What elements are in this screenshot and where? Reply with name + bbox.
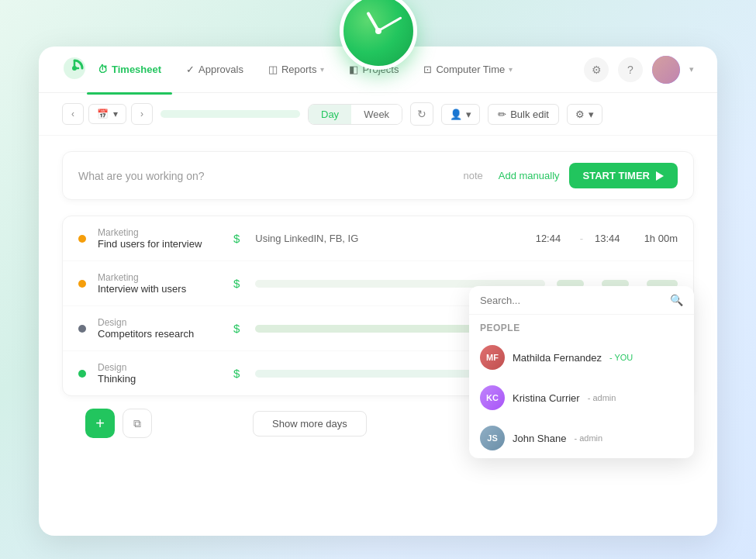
person-badge-3: - admin <box>574 433 602 443</box>
billing-icon-4[interactable]: $ <box>233 367 240 380</box>
main-card: ⏱ Timesheet ✓ Approvals ◫ Reports ▾ ◧ Pr… <box>39 47 717 536</box>
add-manually-btn[interactable]: Add manually <box>499 170 560 181</box>
approvals-icon: ✓ <box>186 64 195 75</box>
entry-desc-1: Using LinkedIN, FB, IG <box>255 233 523 244</box>
entry-project-1: Marketing <box>98 227 222 238</box>
toolbar-nav: ‹ 📅 ▾ › <box>62 103 153 125</box>
billing-icon-3[interactable]: $ <box>233 322 240 335</box>
date-picker-btn[interactable]: 📅 ▾ <box>88 104 126 124</box>
entry-project-3: Design <box>98 317 222 328</box>
person-avatar-3: JS <box>480 426 505 450</box>
toolbar-settings-icon: ⚙ <box>575 109 585 120</box>
person-name-2: Kristina Currier <box>513 392 580 404</box>
person-avatar-2: KC <box>480 385 505 410</box>
settings-nav-btn[interactable]: ⚙ <box>584 57 609 82</box>
show-more-days-btn[interactable]: Show more days <box>253 411 367 437</box>
list-item[interactable]: MF Mathilda Fernandez - YOU <box>469 337 694 378</box>
content: What are you working on? note Add manual… <box>39 136 717 466</box>
timer-placeholder[interactable]: What are you working on? <box>78 170 463 182</box>
note-label: note <box>463 170 482 181</box>
entry-dot-2 <box>78 280 86 288</box>
start-timer-btn[interactable]: START TIMER <box>569 163 678 188</box>
entry-info-2: Marketing Interview with users <box>98 272 222 295</box>
calendar-arrow-icon: ▾ <box>113 109 118 119</box>
view-tabs: Day Week <box>308 104 402 125</box>
play-icon <box>656 171 664 181</box>
table-row: Marketing Find users for interview $ Usi… <box>63 216 693 261</box>
date-range-bar <box>161 110 300 118</box>
reports-arrow-icon: ▾ <box>320 65 324 74</box>
entry-project-4: Design <box>98 362 222 373</box>
toolbar: ‹ 📅 ▾ › Day Week ↻ 👤 ▾ ✏ Bulk edit ⚙ ▾ <box>39 93 717 136</box>
timesheet-icon: ⏱ <box>98 64 108 75</box>
nav-item-approvals[interactable]: ✓ Approvals <box>175 57 254 81</box>
nav-items: ⏱ Timesheet ✓ Approvals ◫ Reports ▾ ◧ Pr… <box>87 57 584 81</box>
nav-item-computer-time[interactable]: ⊡ Computer Time ▾ <box>413 57 523 81</box>
entry-task-4[interactable]: Thinking <box>98 373 222 385</box>
people-dropdown: 🔍 People MF Mathilda Fernandez - YOU KC … <box>469 286 694 458</box>
entry-project-2: Marketing <box>98 272 222 283</box>
user-filter-btn[interactable]: 👤 ▾ <box>441 104 480 125</box>
toolbar-settings-arrow: ▾ <box>589 109 594 120</box>
toolbar-settings-btn[interactable]: ⚙ ▾ <box>567 104 602 125</box>
billing-icon-1[interactable]: $ <box>233 232 240 245</box>
add-entry-btn[interactable]: + <box>85 409 115 438</box>
next-btn[interactable]: › <box>131 103 153 125</box>
billing-icon-2[interactable]: $ <box>233 277 240 290</box>
logo <box>62 56 87 84</box>
search-icon: 🔍 <box>670 294 683 306</box>
help-btn[interactable]: ? <box>618 57 643 82</box>
prev-btn[interactable]: ‹ <box>62 103 84 125</box>
person-avatar-1: MF <box>480 345 505 370</box>
time-dash-1: - <box>580 233 583 244</box>
computer-time-arrow-icon: ▾ <box>509 65 513 74</box>
edit-icon: ✏ <box>498 109 506 120</box>
entry-task-3[interactable]: Competitors research <box>98 328 222 340</box>
person-name-1: Mathilda Fernandez <box>513 352 602 364</box>
search-input[interactable] <box>480 295 664 306</box>
entry-info-4: Design Thinking <box>98 362 222 385</box>
clock <box>340 0 417 70</box>
entry-dot-1 <box>78 235 86 243</box>
time-end-1: 13:44 <box>595 233 627 244</box>
nav-item-timesheet[interactable]: ⏱ Timesheet <box>87 57 172 81</box>
time-start-1: 12:44 <box>536 233 568 244</box>
list-item[interactable]: KC Kristina Currier - admin <box>469 378 694 418</box>
duration-1: 1h 00m <box>639 233 678 244</box>
bulk-edit-btn[interactable]: ✏ Bulk edit <box>488 104 559 125</box>
person-badge-1: - YOU <box>609 353 633 362</box>
user-filter-arrow-icon: ▾ <box>466 109 471 120</box>
entry-info-3: Design Competitors research <box>98 317 222 340</box>
nav-item-reports[interactable]: ◫ Reports ▾ <box>257 57 336 81</box>
user-filter-icon: 👤 <box>450 109 462 120</box>
tab-day[interactable]: Day <box>309 105 351 124</box>
refresh-btn[interactable]: ↻ <box>410 102 433 126</box>
list-item[interactable]: JS John Shane - admin <box>469 418 694 458</box>
reports-icon: ◫ <box>268 64 278 75</box>
tab-week[interactable]: Week <box>351 105 402 124</box>
person-name-3: John Shane <box>513 433 566 444</box>
header-right: ⚙ ? ▾ <box>584 56 694 84</box>
entry-dot-3 <box>78 325 86 333</box>
timer-row: What are you working on? note Add manual… <box>62 151 694 200</box>
entry-task-1[interactable]: Find users for interview <box>98 238 222 250</box>
computer-time-icon: ⊡ <box>423 64 432 75</box>
search-bar: 🔍 <box>469 286 694 315</box>
copy-btn[interactable]: ⧉ <box>123 409 152 438</box>
people-section-label: People <box>469 315 694 337</box>
entry-dot-4 <box>78 370 86 378</box>
entry-task-2[interactable]: Interview with users <box>98 283 222 295</box>
user-avatar[interactable] <box>652 56 680 84</box>
avatar-arrow-icon: ▾ <box>689 64 694 74</box>
person-badge-2: - admin <box>588 393 616 402</box>
entry-info-1: Marketing Find users for interview <box>98 227 222 250</box>
calendar-icon: 📅 <box>97 109 109 119</box>
